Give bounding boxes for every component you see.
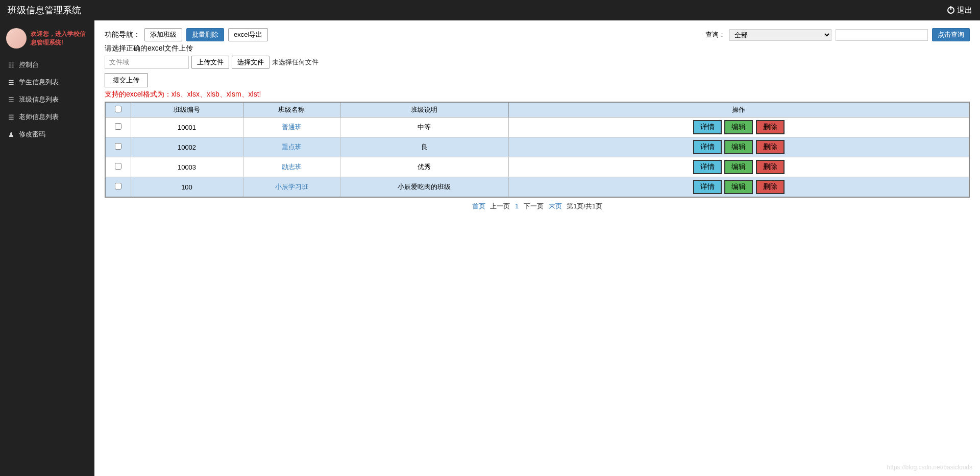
sidebar-item-4[interactable]: ♟修改密码 — [0, 126, 94, 143]
app-header: 班级信息管理系统 退出 — [0, 0, 980, 20]
sidebar-item-2[interactable]: ☰班级信息列表 — [0, 91, 94, 108]
batch-delete-button[interactable]: 批量删除 — [186, 28, 224, 41]
page-info: 第1页/共1页 — [567, 202, 602, 210]
header-id: 班级编号 — [131, 102, 243, 117]
table-row: 10002 重点班 良 详情 编辑 删除 — [105, 137, 969, 157]
sidebar-item-0[interactable]: ☷控制台 — [0, 56, 94, 74]
cell-id: 10002 — [131, 137, 243, 157]
header-name: 班级名称 — [243, 102, 340, 117]
detail-button[interactable]: 详情 — [693, 140, 722, 154]
list-icon: ☰ — [8, 96, 15, 104]
cell-desc: 中等 — [340, 117, 508, 137]
delete-button[interactable]: 删除 — [756, 120, 785, 134]
list-icon: ☰ — [8, 79, 15, 86]
row-checkbox[interactable] — [115, 143, 121, 150]
query-select[interactable]: 全部 — [729, 29, 831, 41]
user-icon: ♟ — [8, 131, 15, 138]
row-checkbox[interactable] — [115, 123, 121, 130]
submit-upload-button[interactable]: 提交上传 — [105, 73, 148, 87]
query-button[interactable]: 点击查询 — [932, 28, 970, 41]
select-all-checkbox[interactable] — [115, 106, 121, 112]
welcome-box: 欢迎您，进入学校信息管理系统! — [0, 28, 94, 56]
sidebar-item-label: 学生信息列表 — [19, 78, 59, 87]
cell-id: 10001 — [131, 117, 243, 137]
page-prev[interactable]: 上一页 — [490, 202, 510, 210]
watermark: https://blog.csdn.net/basiclouds — [887, 464, 972, 471]
table-row: 10001 普通班 中等 详情 编辑 删除 — [105, 117, 969, 137]
avatar — [6, 28, 27, 49]
query-label: 查询： — [705, 30, 725, 39]
detail-button[interactable]: 详情 — [693, 160, 722, 174]
choose-file-button[interactable]: 选择文件 — [232, 56, 270, 69]
pagination: 首页 上一页 1 下一页 末页 第1页/共1页 — [105, 198, 970, 215]
edit-button[interactable]: 编辑 — [724, 160, 753, 174]
power-icon — [947, 7, 954, 14]
format-hint: 支持的excel格式为：xls、xlsx、xlsb、xlsm、xlst! — [105, 90, 970, 99]
row-checkbox[interactable] — [115, 183, 121, 189]
edit-button[interactable]: 编辑 — [724, 120, 753, 134]
excel-export-button[interactable]: excel导出 — [228, 28, 268, 41]
cell-id: 100 — [131, 177, 243, 198]
cell-desc: 良 — [340, 137, 508, 157]
delete-button[interactable]: 删除 — [756, 180, 785, 194]
sidebar-item-label: 控制台 — [19, 60, 39, 69]
sidebar-item-3[interactable]: ☰老师信息列表 — [0, 108, 94, 126]
page-first[interactable]: 首页 — [472, 202, 485, 210]
query-input[interactable] — [836, 29, 928, 41]
header-desc: 班级说明 — [340, 102, 508, 117]
no-file-text: 未选择任何文件 — [272, 58, 318, 67]
cell-desc: 优秀 — [340, 157, 508, 177]
detail-button[interactable]: 详情 — [693, 180, 722, 194]
edit-button[interactable]: 编辑 — [724, 140, 753, 154]
header-action: 操作 — [508, 102, 969, 117]
delete-button[interactable]: 删除 — [756, 140, 785, 154]
upload-file-button[interactable]: 上传文件 — [191, 56, 229, 69]
sidebar: 欢迎您，进入学校信息管理系统! ☷控制台☰学生信息列表☰班级信息列表☰老师信息列… — [0, 20, 94, 476]
logout-button[interactable]: 退出 — [947, 6, 972, 15]
welcome-text: 欢迎您，进入学校信息管理系统! — [31, 30, 88, 47]
cell-id: 10003 — [131, 157, 243, 177]
row-checkbox[interactable] — [115, 163, 121, 170]
delete-button[interactable]: 删除 — [756, 160, 785, 174]
main-content: 功能导航： 添加班级 批量删除 excel导出 查询： 全部 点击查询 请选择正… — [94, 20, 980, 476]
class-table: 班级编号 班级名称 班级说明 操作 10001 普通班 中等 详情 编辑 删除 … — [105, 102, 970, 198]
dashboard-icon: ☷ — [8, 61, 15, 69]
upload-hint: 请选择正确的excel文件上传 — [105, 44, 970, 53]
detail-button[interactable]: 详情 — [693, 120, 722, 134]
cell-name[interactable]: 小辰学习班 — [243, 177, 340, 198]
sidebar-item-label: 老师信息列表 — [19, 112, 59, 122]
toolbar-nav-label: 功能导航： — [105, 30, 140, 39]
app-title: 班级信息管理系统 — [8, 4, 81, 16]
cell-name[interactable]: 重点班 — [243, 137, 340, 157]
sidebar-item-label: 班级信息列表 — [19, 95, 59, 104]
file-field[interactable]: 文件域 — [105, 56, 189, 69]
edit-button[interactable]: 编辑 — [724, 180, 753, 194]
sidebar-item-label: 修改密码 — [19, 130, 45, 139]
logout-label: 退出 — [957, 6, 972, 15]
add-class-button[interactable]: 添加班级 — [144, 28, 182, 41]
table-row: 10003 励志班 优秀 详情 编辑 删除 — [105, 157, 969, 177]
cell-desc: 小辰爱吃肉的班级 — [340, 177, 508, 198]
page-next[interactable]: 下一页 — [524, 202, 544, 210]
cell-name[interactable]: 励志班 — [243, 157, 340, 177]
list-icon: ☰ — [8, 113, 15, 121]
page-last[interactable]: 末页 — [549, 202, 562, 210]
table-row: 100 小辰学习班 小辰爱吃肉的班级 详情 编辑 删除 — [105, 177, 969, 198]
cell-name[interactable]: 普通班 — [243, 117, 340, 137]
page-number[interactable]: 1 — [515, 202, 519, 210]
sidebar-item-1[interactable]: ☰学生信息列表 — [0, 74, 94, 91]
